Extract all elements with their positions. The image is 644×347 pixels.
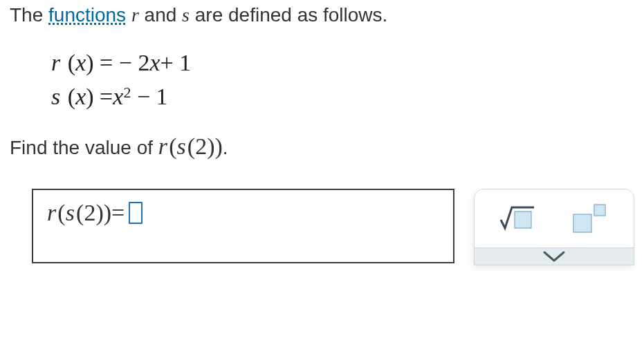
prompt-line: Find the value of r (s (2)). [10,133,634,160]
answer-close: )) [95,200,111,226]
intro-var-s: s [182,4,190,26]
eq-r-name: r [51,50,60,75]
prompt-open1: ( [167,133,176,159]
answer-r: r [47,200,56,226]
intro-suffix: are defined as follows. [190,4,387,26]
answer-open2: ( [75,200,84,226]
eq-r-close: ) [86,50,93,75]
intro-mid1 [126,4,131,26]
answer-s: s [66,200,75,226]
eq-s-arg: x [75,84,86,109]
sqrt-button[interactable] [487,198,548,239]
functions-link[interactable]: functions [48,4,126,26]
answer-expression: r (s (2)) = [47,200,142,226]
answer-equals: = [111,200,125,226]
eq-r-arg: x [75,50,86,75]
eq-s-close: ) [86,84,93,109]
intro-prefix: The [10,4,48,26]
eq-r-open: ( [66,50,75,75]
eq-r-rhs1: = − 2 [100,50,149,75]
answer-inner: 2 [84,200,95,226]
svg-rect-2 [594,205,605,216]
answer-open1: ( [56,200,65,226]
prompt-inner: 2 [195,133,207,159]
eq-r-rhs2: + 1 [160,50,192,75]
prompt-s: s [177,133,186,159]
prompt-suffix: . [223,137,228,158]
eq-s-open: ( [66,84,75,109]
equation-r: r (x) = − 2x+ 1 [51,46,634,79]
answer-input[interactable] [129,202,142,224]
prompt-r: r [158,133,167,159]
eq-s-rhs-var: x [113,84,123,109]
eq-r-rhs-var: x [149,50,160,75]
intro-var-r: r [131,4,139,26]
svg-rect-1 [573,214,591,232]
answer-box[interactable]: r (s (2)) = [32,189,454,263]
problem-intro: The functions r and s are defined as fol… [10,4,634,26]
exponent-button[interactable] [560,198,620,239]
equation-block: r (x) = − 2x+ 1 s (x) =x2 − 1 [51,46,634,114]
eq-s-name: s [51,84,60,109]
chevron-down-icon [542,250,567,265]
eq-s-exp: 2 [123,84,131,101]
eq-s-rhs2: − 1 [131,84,167,109]
prompt-close: )) [207,133,223,159]
prompt-prefix: Find the value of [10,137,158,158]
sqrt-icon [498,203,537,234]
intro-mid2: and [139,4,182,26]
svg-rect-0 [515,212,531,228]
prompt-open2: ( [186,133,195,159]
exponent-icon [569,203,611,234]
equation-s: s (x) =x2 − 1 [51,79,634,113]
math-palette [474,189,634,265]
palette-drawer[interactable] [475,247,634,265]
eq-s-rhs1: = [100,84,113,109]
